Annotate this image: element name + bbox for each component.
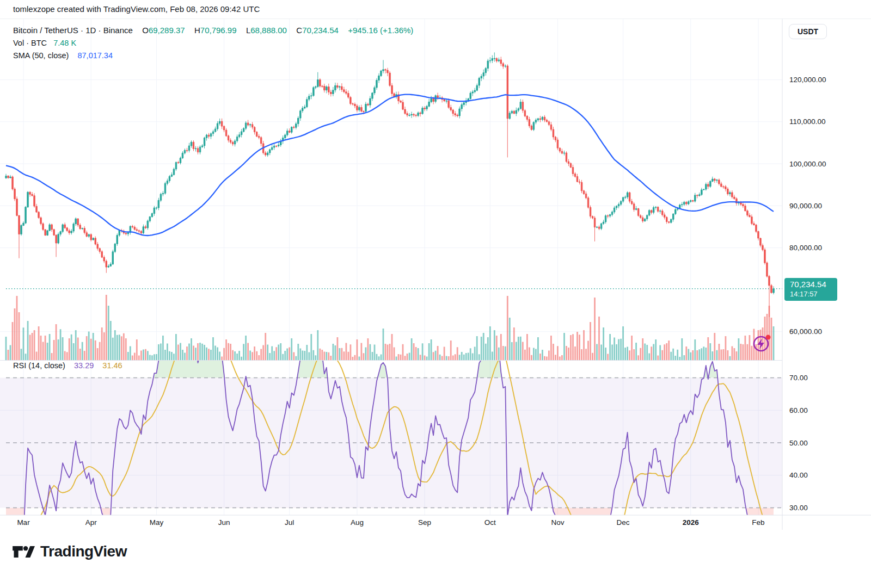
interval-label: 1D	[85, 26, 96, 35]
tradingview-brand-text: TradingView	[40, 543, 127, 560]
exchange-label: Binance	[103, 26, 133, 35]
volume-value: 7.48 K	[53, 39, 76, 47]
symbol-name: Bitcoin / TetherUS	[13, 26, 78, 35]
sma-legend[interactable]: SMA (50, close) 87,017.34	[13, 51, 113, 60]
close-label: C	[296, 26, 302, 35]
month-label: Feb	[752, 518, 764, 527]
month-label: Aug	[351, 518, 364, 527]
rsi-legend[interactable]: RSI (14, close) 33.29 31.46	[13, 361, 122, 370]
month-label: Mar	[17, 518, 30, 527]
close-value: 70,234.54	[302, 26, 339, 35]
month-label: Oct	[484, 518, 496, 527]
volume-layer	[5, 295, 775, 360]
time-axis[interactable]: MarAprMayJunJulAugSepOctNovDec2026Feb	[17, 518, 764, 527]
price-tick-label: 90,000.00	[789, 202, 822, 210]
rsi-tick-label: 70.00	[789, 374, 808, 382]
open-value: 69,289.37	[149, 26, 185, 35]
month-label: May	[150, 518, 164, 527]
tradingview-snapshot: { "attribution": "tomlexzope created wit…	[0, 0, 871, 588]
tradingview-footer: TradingView	[12, 542, 127, 561]
month-label: Apr	[85, 518, 97, 527]
chart-canvas[interactable]: 120,000.00110,000.00100,000.0090,000.008…	[0, 0, 871, 530]
rsi-tick-label: 30.00	[789, 504, 808, 512]
sma-line	[6, 95, 774, 236]
rsi-tick-label: 40.00	[789, 471, 808, 479]
symbol-legend[interactable]: Bitcoin / TetherUS · 1D · Binance O69,28…	[13, 26, 413, 35]
high-label: H	[194, 26, 200, 35]
rsi-value: 33.29	[74, 361, 94, 370]
price-tick-label: 100,000.00	[789, 160, 826, 168]
last-price-value: 70,234.54	[790, 280, 833, 290]
tradingview-logo-icon	[12, 542, 35, 561]
month-label: Sep	[418, 518, 431, 527]
low-label: L	[246, 26, 250, 35]
volume-label: Vol · BTC	[13, 39, 47, 47]
candles-layer	[5, 52, 775, 317]
last-price-badge: 70,234.54 14:17:57	[784, 278, 837, 301]
candles-down	[8, 57, 772, 317]
rsi-tick-label: 50.00	[789, 439, 808, 447]
sma-value: 87,017.34	[77, 51, 113, 60]
month-label: Dec	[617, 518, 630, 527]
low-value: 68,888.00	[250, 26, 287, 35]
rsi-label: RSI (14, close)	[13, 361, 65, 370]
change-value: +945.16 (+1.36%)	[348, 26, 413, 35]
month-label: 2026	[683, 518, 700, 527]
high-value: 70,796.99	[200, 26, 237, 35]
price-tick-label: 110,000.00	[789, 117, 826, 126]
candles-up	[5, 52, 775, 294]
open-label: O	[142, 26, 149, 35]
volume-down-bars	[8, 295, 772, 360]
rsi-ma-value: 31.46	[102, 361, 122, 370]
price-tick-label: 120,000.00	[789, 76, 826, 84]
rsi-tick-label: 60.00	[789, 406, 808, 414]
month-label: Nov	[551, 518, 564, 527]
month-label: Jun	[218, 518, 230, 527]
sma-label: SMA (50, close)	[13, 51, 69, 60]
volume-legend[interactable]: Vol · BTC 7.48 K	[13, 39, 76, 47]
month-label: Jul	[285, 518, 294, 527]
currency-button[interactable]: USDT	[789, 24, 827, 39]
price-tick-label: 60,000.00	[789, 327, 822, 336]
last-price-countdown: 14:17:57	[790, 290, 833, 299]
price-tick-label: 80,000.00	[789, 244, 822, 252]
